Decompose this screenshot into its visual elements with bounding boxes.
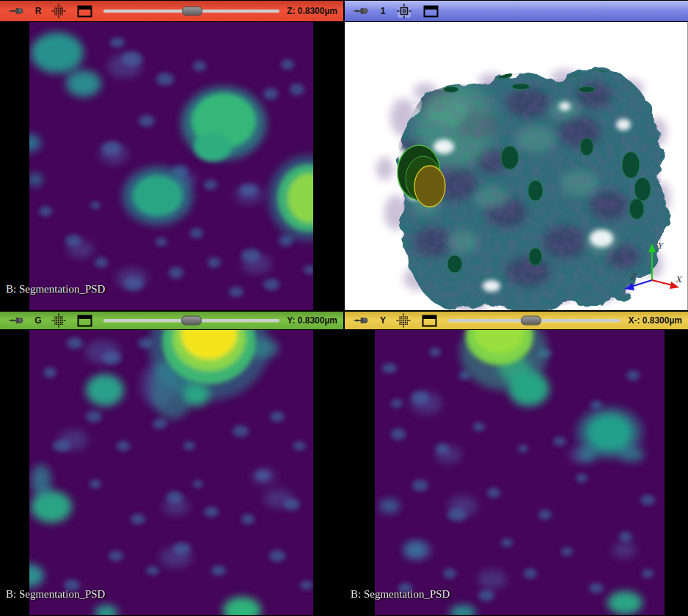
pin-icon[interactable] — [7, 6, 23, 16]
pane-header-red: R Z: 0.8300µm — [0, 0, 343, 22]
slice-viewport-x[interactable]: B: Segmentation_PSD — [345, 330, 688, 615]
viewer-letter: R — [33, 6, 43, 16]
axis-label-x: X — [676, 275, 683, 285]
pane-header-blue: 1 — [345, 0, 688, 22]
slice-image[interactable] — [375, 330, 665, 615]
slice-image[interactable] — [29, 22, 313, 310]
slider-handle[interactable] — [521, 316, 541, 326]
pane-header-green: G Y: 0.8300µm — [0, 311, 343, 330]
dither-slice-icon[interactable] — [51, 4, 66, 18]
slice-viewport-z[interactable]: B: Segmentation_PSD — [0, 22, 343, 310]
volume-viewport-3d[interactable]: Y Z X — [345, 22, 688, 310]
slice-position-value: Y: 0.8300µm — [287, 315, 337, 326]
viewer-letter: 1 — [378, 6, 388, 16]
window-icon[interactable] — [77, 315, 92, 327]
dataset-label: B: Segmentation_PSD — [6, 283, 105, 296]
pane-top-right: 1 — [345, 0, 688, 311]
viewer-letter: Y — [378, 315, 388, 326]
pane-bottom-right: Y X-: 0.8300µm — [345, 311, 688, 616]
pin-icon[interactable] — [7, 315, 23, 326]
dataset-label: B: Segmentation_PSD — [351, 588, 450, 601]
window-icon[interactable] — [422, 315, 437, 327]
dither-slice-icon[interactable] — [51, 313, 66, 328]
viewer-letter: G — [33, 315, 43, 326]
pane-bottom-left: G Y: 0.8300µm — [0, 311, 343, 616]
slice-position-value: Z: 0.8300µm — [287, 6, 337, 16]
window-icon[interactable] — [77, 5, 92, 18]
volume-rendering[interactable]: Y Z X — [345, 22, 688, 310]
dataset-label: B: Segmentation_PSD — [6, 588, 105, 601]
pin-icon[interactable] — [352, 6, 368, 16]
slice-slider[interactable] — [103, 7, 279, 15]
slider-handle[interactable] — [181, 316, 202, 326]
slice-slider[interactable] — [103, 316, 279, 325]
axis-label-y: Y — [657, 241, 665, 251]
crosshair-square-icon[interactable] — [396, 3, 412, 19]
dither-slice-icon[interactable] — [396, 313, 411, 328]
slice-image[interactable] — [29, 330, 313, 615]
slider-handle[interactable] — [182, 7, 202, 16]
window-icon[interactable] — [423, 5, 439, 18]
slice-viewport-y[interactable]: B: Segmentation_PSD — [0, 330, 343, 615]
pane-top-left: R Z: 0.8300µm — [0, 0, 343, 311]
slice-slider[interactable] — [448, 316, 621, 325]
slice-position-value: X-: 0.8300µm — [628, 315, 682, 326]
pane-header-yellow: Y X-: 0.8300µm — [345, 311, 688, 330]
pin-icon[interactable] — [352, 315, 368, 326]
